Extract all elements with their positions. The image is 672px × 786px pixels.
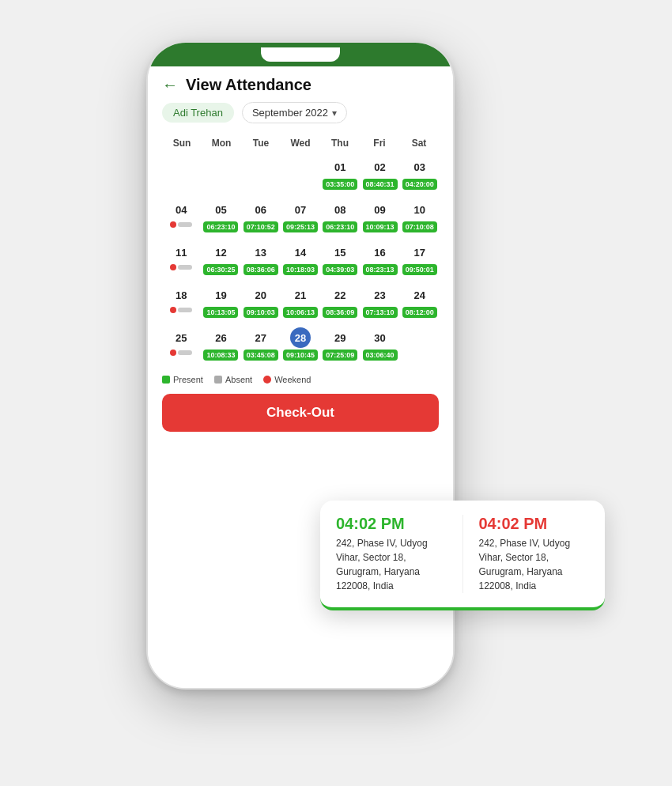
time-badge: 07:10:08 xyxy=(402,221,437,232)
time-badge: 09:10:45 xyxy=(283,350,318,361)
calendar-cell[interactable] xyxy=(162,155,200,196)
time-badge: 07:25:09 xyxy=(323,350,357,361)
day-number: 11 xyxy=(171,242,191,263)
weekend-dash xyxy=(178,222,192,227)
day-number: 19 xyxy=(210,285,231,305)
month-label: September 2022 xyxy=(252,107,328,119)
legend-present: Present xyxy=(162,375,203,384)
calendar-cell[interactable]: 2307:13:10 xyxy=(361,283,398,324)
day-sat: Sat xyxy=(399,134,439,152)
time-badge: 10:09:13 xyxy=(363,221,398,232)
calendar-cell[interactable]: 2907:25:09 xyxy=(321,326,359,367)
calendar-cell[interactable]: 18 xyxy=(162,283,200,324)
time-badge: 08:36:06 xyxy=(244,264,278,275)
time-badge: 03:45:08 xyxy=(244,350,278,361)
time-badge: 09:50:01 xyxy=(402,264,437,275)
calendar-cell[interactable]: 2009:10:03 xyxy=(242,283,280,324)
present-label: Present xyxy=(173,375,203,384)
calendar-cell[interactable]: 0304:20:00 xyxy=(401,155,439,196)
day-number: 14 xyxy=(290,242,311,263)
calendar-cell[interactable] xyxy=(242,155,280,196)
day-number: 05 xyxy=(210,199,231,220)
calendar-cell[interactable]: 11 xyxy=(162,240,200,282)
calendar: Sun Mon Tue Wed Thu Fri Sat 0103:35:0002… xyxy=(162,134,439,367)
weekend-dash xyxy=(178,350,192,355)
calendar-cell[interactable]: 0709:25:13 xyxy=(281,198,319,239)
checkin-col: 04:02 PM 242, Phase IV, Udyog Vihar, Sec… xyxy=(336,515,447,593)
tooltip-divider xyxy=(462,515,463,593)
calendar-cell[interactable] xyxy=(281,155,319,196)
calendar-cell[interactable]: 0506:23:10 xyxy=(202,198,240,239)
checkout-time: 04:02 PM xyxy=(479,515,590,533)
day-number: 20 xyxy=(251,285,271,305)
day-number: 02 xyxy=(370,157,391,177)
calendar-cell[interactable]: 2809:10:45 xyxy=(281,326,319,367)
calendar-cell[interactable]: 0208:40:31 xyxy=(361,155,398,196)
day-number: 17 xyxy=(410,242,430,263)
calendar-cell[interactable] xyxy=(202,155,240,196)
chevron-down-icon: ▾ xyxy=(332,108,337,119)
calendar-cell[interactable]: 1910:13:05 xyxy=(202,283,240,324)
attendance-tooltip: 04:02 PM 242, Phase IV, Udyog Vihar, Sec… xyxy=(320,501,605,610)
time-badge: 04:39:03 xyxy=(323,264,357,275)
calendar-cell[interactable] xyxy=(401,326,439,367)
calendar-cell[interactable]: 1308:36:06 xyxy=(242,240,280,282)
employee-chip[interactable]: Adi Trehan xyxy=(162,103,234,123)
time-badge: 06:23:10 xyxy=(203,221,238,232)
time-badge: 08:12:00 xyxy=(402,307,437,318)
calendar-cell[interactable]: 04 xyxy=(162,198,200,239)
day-number: 22 xyxy=(330,285,350,305)
day-number: 01 xyxy=(330,157,350,177)
legend-absent: Absent xyxy=(214,375,252,384)
month-chip[interactable]: September 2022 ▾ xyxy=(242,102,347,123)
calendar-cell[interactable]: 2110:06:13 xyxy=(281,283,319,324)
weekend-indicator xyxy=(170,350,192,356)
checkin-address: 242, Phase IV, Udyog Vihar, Sector 18, G… xyxy=(336,536,447,593)
day-sun: Sun xyxy=(162,134,202,152)
checkout-col: 04:02 PM 242, Phase IV, Udyog Vihar, Sec… xyxy=(479,515,590,593)
calendar-cell[interactable]: 2408:12:00 xyxy=(401,283,439,324)
calendar-cell[interactable]: 1709:50:01 xyxy=(401,240,439,282)
checkin-time: 04:02 PM xyxy=(336,515,447,533)
time-badge: 06:30:25 xyxy=(203,264,238,275)
day-number: 03 xyxy=(410,157,430,177)
weekend-dash xyxy=(178,265,192,270)
day-number: 24 xyxy=(410,285,430,305)
calendar-cell[interactable]: 1007:10:08 xyxy=(401,198,439,239)
present-dot xyxy=(162,376,170,384)
calendar-cell[interactable]: 0103:35:00 xyxy=(321,155,359,196)
day-number: 16 xyxy=(370,242,391,263)
day-number: 23 xyxy=(370,285,391,305)
time-badge: 03:06:40 xyxy=(363,350,398,361)
checkout-button[interactable]: Check-Out xyxy=(162,394,439,432)
day-mon: Mon xyxy=(202,134,241,152)
calendar-cell[interactable]: 2703:45:08 xyxy=(242,326,280,367)
calendar-cell[interactable]: 0910:09:13 xyxy=(361,198,398,239)
calendar-cell[interactable]: 1608:23:13 xyxy=(361,240,398,282)
day-tue: Tue xyxy=(241,134,281,152)
weekend-dot-cell xyxy=(170,264,176,270)
calendar-cell[interactable]: 1504:39:03 xyxy=(321,240,359,282)
phone-notch xyxy=(261,47,340,62)
calendar-cell[interactable]: 1206:30:25 xyxy=(202,240,240,282)
day-number: 27 xyxy=(251,327,271,348)
time-badge: 07:10:52 xyxy=(244,221,278,232)
weekend-label: Weekend xyxy=(274,375,311,384)
weekend-dot-cell xyxy=(170,307,176,313)
calendar-cell[interactable]: 25 xyxy=(162,326,200,367)
day-number: 07 xyxy=(290,199,311,220)
calendar-cell[interactable]: 3003:06:40 xyxy=(361,326,398,367)
calendar-cell[interactable]: 2610:08:33 xyxy=(202,326,240,367)
time-badge: 08:36:09 xyxy=(323,307,357,318)
calendar-cell[interactable]: 0806:23:10 xyxy=(321,198,359,239)
day-number: 26 xyxy=(210,327,231,348)
calendar-header: Sun Mon Tue Wed Thu Fri Sat xyxy=(162,134,439,152)
time-badge: 08:40:31 xyxy=(363,179,398,190)
time-badge: 09:25:13 xyxy=(283,221,318,232)
calendar-cell[interactable]: 2208:36:09 xyxy=(321,283,359,324)
calendar-cell[interactable]: 0607:10:52 xyxy=(242,198,280,239)
calendar-cell[interactable]: 1410:18:03 xyxy=(281,240,319,282)
back-button[interactable]: ← xyxy=(162,76,178,94)
day-number: 29 xyxy=(330,327,350,348)
filter-row: Adi Trehan September 2022 ▾ xyxy=(162,102,439,123)
